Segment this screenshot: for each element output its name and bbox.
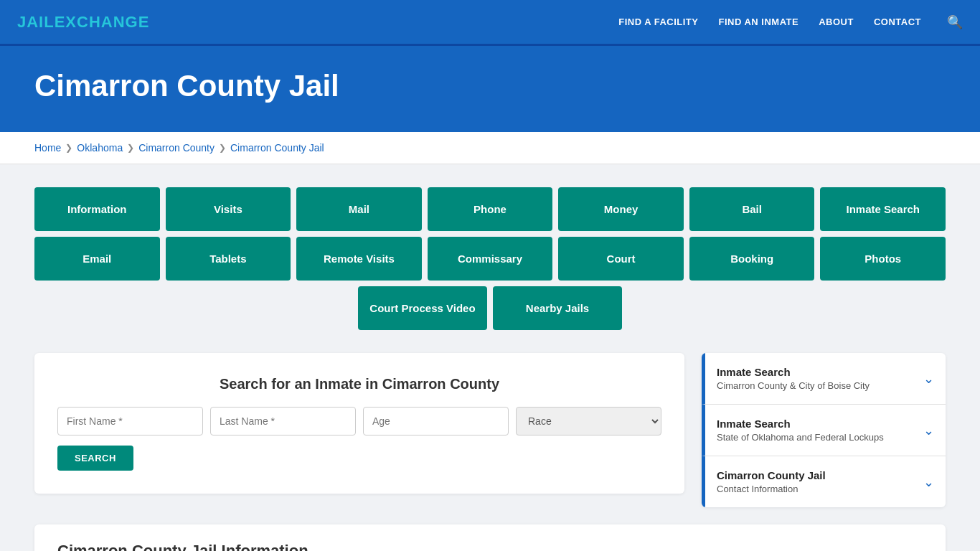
breadcrumb-home[interactable]: Home — [34, 142, 61, 154]
button-row-2: Email Tablets Remote Visits Commissary C… — [34, 237, 946, 281]
btn-nearby-jails[interactable]: Nearby Jails — [493, 286, 622, 330]
breadcrumb-bar: Home ❯ Oklahoma ❯ Cimarron County ❯ Cima… — [0, 132, 980, 164]
sidebar-card-cimarron-title: Inmate Search — [717, 366, 870, 378]
jail-info-title: Cimarron County Jail Information — [57, 542, 923, 551]
button-row-1: Information Visits Mail Phone Money Bail… — [34, 187, 946, 231]
jail-info-section: Cimarron County Jail Information — [34, 524, 946, 551]
hero-section: Cimarron County Jail — [0, 46, 980, 132]
btn-email[interactable]: Email — [34, 237, 160, 281]
btn-court[interactable]: Court — [558, 237, 684, 281]
nav-find-facility[interactable]: FIND A FACILITY — [618, 17, 698, 27]
breadcrumb-sep-2: ❯ — [127, 143, 134, 153]
nav-links: FIND A FACILITY FIND AN INMATE ABOUT CON… — [618, 14, 963, 30]
search-button[interactable]: SEARCH — [57, 446, 133, 471]
btn-court-process-video[interactable]: Court Process Video — [358, 286, 487, 330]
main-content: Information Visits Mail Phone Money Bail… — [0, 164, 980, 551]
sidebar-card-oklahoma[interactable]: Inmate Search State of Oklahoma and Fede… — [702, 405, 946, 456]
breadcrumb-sep-3: ❯ — [219, 143, 226, 153]
nav-contact[interactable]: CONTACT — [874, 17, 921, 27]
breadcrumb-oklahoma[interactable]: Oklahoma — [77, 142, 123, 154]
last-name-input[interactable] — [210, 407, 356, 435]
search-fields: Race White Black Hispanic Asian Other — [57, 407, 661, 435]
btn-photos[interactable]: Photos — [820, 237, 946, 281]
btn-mail[interactable]: Mail — [296, 187, 422, 231]
breadcrumb-sep-1: ❯ — [65, 143, 72, 153]
nav-about[interactable]: ABOUT — [819, 17, 854, 27]
btn-phone[interactable]: Phone — [428, 187, 553, 231]
age-input[interactable] — [363, 407, 509, 435]
btn-visits[interactable]: Visits — [166, 187, 291, 231]
chevron-down-icon-3: ⌄ — [923, 474, 934, 490]
sidebar-card-contact-title: Cimarron County Jail — [717, 469, 826, 481]
breadcrumb-cimarron-county[interactable]: Cimarron County — [138, 142, 215, 154]
btn-remote-visits[interactable]: Remote Visits — [296, 237, 422, 281]
first-name-input[interactable] — [57, 407, 203, 435]
btn-booking[interactable]: Booking — [689, 237, 815, 281]
btn-inmate-search[interactable]: Inmate Search — [820, 187, 946, 231]
sidebar-card-oklahoma-sub: State of Oklahoma and Federal Lockups — [717, 432, 884, 443]
chevron-down-icon-2: ⌄ — [923, 423, 934, 438]
sidebar-cards: Inmate Search Cimarron County & City of … — [702, 353, 946, 507]
sidebar-card-contact-sub: Contact Information — [717, 484, 826, 494]
sidebar-card-oklahoma-title: Inmate Search — [717, 418, 884, 430]
search-icon[interactable]: 🔍 — [947, 14, 963, 30]
btn-tablets[interactable]: Tablets — [166, 237, 291, 281]
breadcrumb-cimarron-jail[interactable]: Cimarron County Jail — [230, 142, 324, 154]
lower-section: Search for an Inmate in Cimarron County … — [34, 353, 946, 507]
btn-information[interactable]: Information — [34, 187, 160, 231]
breadcrumb: Home ❯ Oklahoma ❯ Cimarron County ❯ Cima… — [34, 142, 946, 154]
btn-commissary[interactable]: Commissary — [428, 237, 553, 281]
sidebar-card-cimarron-sub: Cimarron County & City of Boise City — [717, 380, 870, 391]
sidebar-card-cimarron[interactable]: Inmate Search Cimarron County & City of … — [702, 353, 946, 405]
race-select[interactable]: Race White Black Hispanic Asian Other — [516, 407, 661, 435]
nav-find-inmate[interactable]: FIND AN INMATE — [718, 17, 798, 27]
btn-bail[interactable]: Bail — [689, 187, 815, 231]
button-row-3: Court Process Video Nearby Jails — [34, 286, 946, 330]
nav-button-grid: Information Visits Mail Phone Money Bail… — [34, 187, 946, 330]
inmate-search-card: Search for an Inmate in Cimarron County … — [34, 353, 684, 494]
navigation: JAILEXCHANGE FIND A FACILITY FIND AN INM… — [0, 0, 980, 46]
chevron-down-icon: ⌄ — [923, 371, 934, 387]
logo-part2-accent: EXCHANGE — [55, 13, 150, 31]
logo-part1: JAIL — [17, 13, 55, 31]
page-title: Cimarron County Jail — [34, 69, 946, 103]
btn-money[interactable]: Money — [558, 187, 684, 231]
site-logo[interactable]: JAILEXCHANGE — [17, 13, 618, 32]
search-title: Search for an Inmate in Cimarron County — [57, 376, 661, 392]
sidebar-card-contact[interactable]: Cimarron County Jail Contact Information… — [702, 456, 946, 507]
